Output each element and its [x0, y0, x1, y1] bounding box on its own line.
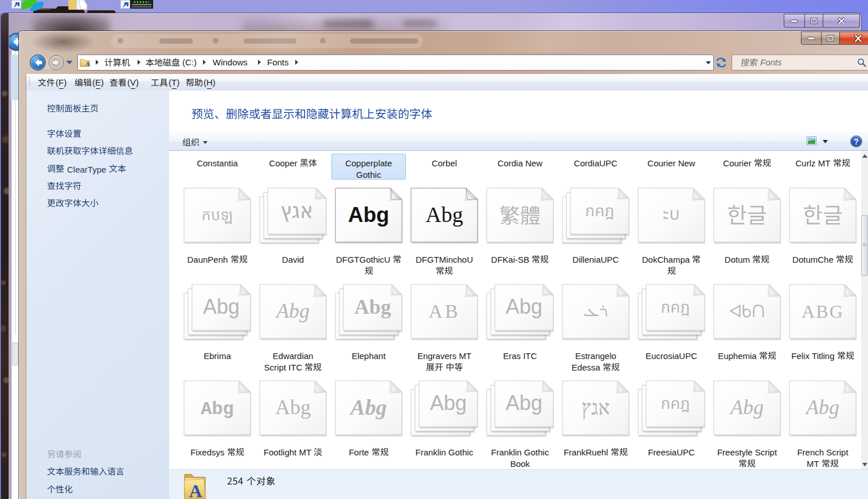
svg-text:Abg: Abg	[430, 391, 467, 415]
svg-text:Abg: Abg	[203, 295, 240, 318]
svg-text:Abg: Abg	[729, 396, 764, 419]
svg-text:Abg: Abg	[275, 396, 311, 419]
svg-text:Abg: Abg	[506, 391, 542, 415]
svg-text:A: A	[189, 481, 202, 499]
svg-text:Abg: Abg	[425, 202, 463, 227]
svg-text:Abg: Abg	[348, 203, 389, 227]
svg-text:Abg: Abg	[275, 299, 310, 322]
svg-text:ABG: ABG	[801, 301, 844, 322]
svg-text:A: A	[85, 60, 90, 67]
svg-text:Abg: Abg	[805, 396, 839, 419]
svg-text:?: ?	[854, 137, 859, 146]
svg-text:Abg: Abg	[349, 395, 386, 419]
svg-text:Abg: Abg	[201, 399, 234, 420]
svg-text:Abg: Abg	[506, 295, 542, 318]
svg-text:AB: AB	[428, 301, 460, 322]
svg-text:Abg: Abg	[354, 295, 391, 318]
